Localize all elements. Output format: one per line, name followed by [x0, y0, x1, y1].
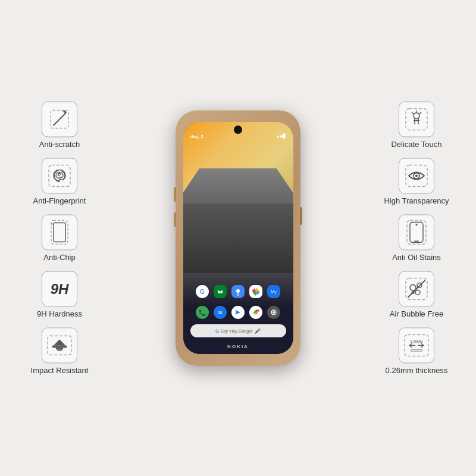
- anti-fingerprint-icon-box: [42, 158, 77, 194]
- anti-oil-stains-label: Anti Oil Stains: [392, 253, 441, 262]
- svg-rect-43: [411, 350, 422, 352]
- high-transparency-label: High Transparency: [384, 196, 449, 205]
- feature-anti-oil-stains: Anti Oil Stains: [375, 215, 458, 262]
- phone-display: day, 2 ▲◆▉ G: [176, 110, 300, 366]
- svg-point-31: [416, 224, 418, 226]
- fingerprint-icon: [48, 164, 71, 188]
- feature-anti-fingerprint: Anti-Fingerprint: [18, 158, 101, 205]
- svg-text:✉: ✉: [218, 310, 223, 316]
- 9h-hardness-label: 9H Hardness: [37, 309, 82, 318]
- touch-icon-box: [399, 102, 434, 137]
- thickness-icon: 0.26MM: [403, 334, 430, 358]
- app-myphone: My: [267, 285, 280, 298]
- chip-icon: [49, 220, 70, 246]
- google-g: G: [215, 328, 219, 334]
- svg-point-36: [415, 290, 420, 295]
- app-photos: [249, 285, 262, 298]
- mic-icon: 🎤: [255, 328, 261, 334]
- features-right-panel: Delicate Touch High Transparency: [369, 102, 464, 375]
- feature-air-bubble-free: Air Bubble Free: [375, 271, 458, 318]
- phone-outline-icon: [406, 220, 427, 246]
- transparency-icon-box: [399, 158, 434, 194]
- main-container: Anti-scratch Anti-Fingerprint: [0, 0, 476, 476]
- features-left-panel: Anti-scratch Anti-Fingerprint: [12, 102, 107, 375]
- status-icons: ▲◆▉: [276, 134, 286, 143]
- phone-notch: [234, 126, 242, 134]
- screen-content: day, 2 ▲◆▉ G: [183, 122, 293, 354]
- time-display: day, 2: [190, 134, 203, 143]
- app-google: G: [196, 285, 209, 298]
- svg-rect-7: [52, 346, 67, 348]
- phone-screen: day, 2 ▲◆▉ G: [183, 122, 293, 354]
- feature-high-transparency: High Transparency: [375, 158, 458, 205]
- anti-scratch-label: Anti-scratch: [39, 140, 80, 149]
- app-row-2: 📞 ✉: [183, 303, 293, 321]
- feature-delicate-touch: Delicate Touch: [375, 102, 458, 149]
- bubble-icon-box: [399, 271, 434, 307]
- impact-icon: [46, 335, 73, 356]
- delicate-touch-label: Delicate Touch: [391, 140, 441, 149]
- touch-icon: [405, 108, 428, 131]
- anti-chip-label: Anti-Chip: [43, 253, 75, 262]
- app-row-1: G: [183, 283, 293, 300]
- svg-point-25: [414, 113, 419, 119]
- power-button: [300, 207, 302, 225]
- app-meet: [214, 285, 227, 298]
- oil-stains-icon-box: [399, 215, 434, 250]
- brand-label: NOKIA: [227, 344, 249, 349]
- svg-rect-39: [405, 335, 428, 356]
- svg-text:📞: 📞: [199, 309, 206, 317]
- svg-point-23: [273, 311, 275, 314]
- air-bubble-free-label: Air Bubble Free: [390, 309, 443, 318]
- search-bar[interactable]: G Say 'Hey Google' 🎤: [190, 324, 286, 337]
- thickness-icon-box: 0.26MM: [399, 328, 434, 364]
- anti-scratch-icon-box: [42, 102, 77, 137]
- svg-marker-8: [54, 340, 65, 346]
- app-chrome: [249, 306, 262, 319]
- app-phone: 📞: [196, 306, 209, 319]
- 9h-text: 9H: [51, 281, 69, 298]
- app-camera: [267, 306, 280, 319]
- thickness-label: 0.26mm thickness: [386, 366, 448, 375]
- volume-down-button: [174, 212, 176, 227]
- svg-line-1: [54, 114, 65, 126]
- anti-chip-icon-box: [42, 215, 77, 250]
- bubble-icon: [405, 277, 428, 301]
- feature-anti-chip: Anti-Chip: [18, 215, 101, 262]
- svg-rect-9: [56, 348, 63, 350]
- svg-point-13: [236, 289, 240, 293]
- feature-anti-scratch: Anti-scratch: [18, 102, 101, 149]
- 9h-icon-box: 9H: [42, 271, 77, 307]
- app-messages: ✉: [214, 306, 227, 319]
- svg-point-28: [415, 175, 418, 177]
- eye-icon: [405, 164, 428, 188]
- phone-body: day, 2 ▲◆▉ G: [176, 110, 300, 366]
- search-bar-text: Say 'Hey Google': [221, 329, 253, 333]
- feature-9h-hardness: 9H 9H Hardness: [18, 271, 101, 318]
- svg-text:0.26MM: 0.26MM: [410, 340, 423, 343]
- app-play: [231, 306, 245, 319]
- scratch-icon: [49, 109, 70, 130]
- anti-fingerprint-label: Anti-Fingerprint: [33, 196, 86, 205]
- status-bar: day, 2 ▲◆▉: [183, 134, 293, 143]
- screen-road: [183, 203, 293, 273]
- impact-resistant-label: Impact Resistant: [31, 366, 89, 375]
- feature-impact-resistant: Impact Resistant: [18, 328, 101, 375]
- impact-icon-box: [42, 328, 77, 364]
- svg-rect-5: [54, 223, 65, 242]
- app-maps: [231, 285, 245, 298]
- volume-up-button: [174, 187, 176, 202]
- feature-thickness: 0.26MM 0.26mm thickness: [375, 328, 458, 375]
- svg-rect-10: [57, 350, 62, 351]
- svg-rect-32: [414, 241, 419, 242]
